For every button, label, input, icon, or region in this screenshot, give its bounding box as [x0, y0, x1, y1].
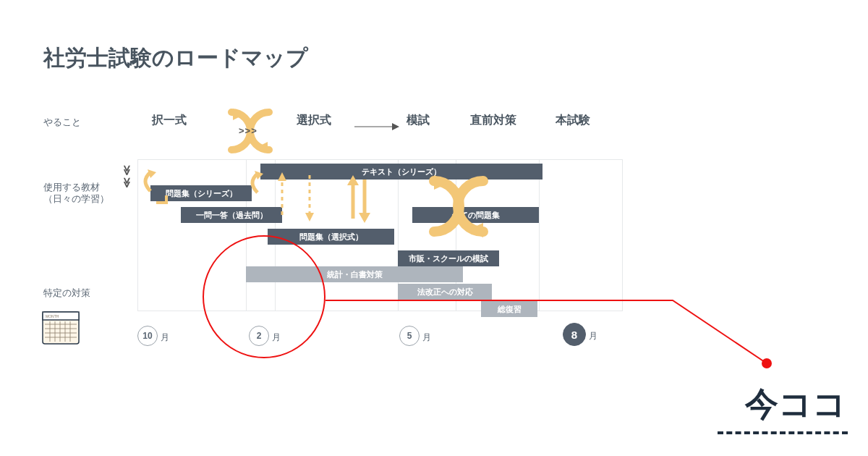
svg-marker-13	[392, 123, 399, 130]
calendar-icon: MONTH	[42, 311, 80, 345]
page-title: 社労士試験のロードマップ	[43, 43, 308, 73]
grid-line	[137, 159, 622, 160]
now-here-label: 今ココ	[745, 382, 846, 427]
bar-mondaishu-series: 問題集（シリーズ）	[150, 185, 252, 201]
label-specific: 特定の対策	[43, 287, 90, 300]
svg-marker-0	[233, 109, 244, 120]
highlight-circle	[203, 235, 326, 358]
phase-takuichi: 択一式	[152, 113, 187, 128]
grid-line	[622, 159, 623, 311]
bar-shihan-moshi: 市販・スクールの模試	[398, 250, 499, 266]
bar-moushuu: 総復習	[481, 301, 537, 317]
month-5: 5	[399, 326, 420, 346]
month-suffix: 月	[589, 330, 597, 342]
month-suffix: 月	[161, 332, 169, 344]
chevron-down-icon: ≫	[122, 165, 133, 173]
now-here-underline	[718, 431, 848, 434]
bar-houkaisei: 法改正への対応	[398, 284, 492, 300]
bar-text-series: テキスト（シリーズ）	[260, 164, 542, 180]
month-10: 10	[137, 326, 158, 346]
phase-moshi: 模試	[407, 113, 430, 128]
bar-all-mondaishu: 全ての問題集	[412, 207, 539, 223]
arrows-1: >>>	[239, 125, 258, 136]
phase-chokuzen: 直前対策	[470, 113, 516, 128]
chevron-down-icon: ≫	[122, 177, 133, 185]
grid-line	[539, 159, 540, 311]
svg-marker-1	[256, 142, 268, 153]
grid-line	[137, 159, 138, 311]
svg-point-26	[762, 358, 772, 368]
month-suffix: 月	[422, 332, 431, 344]
month-8: 8	[563, 323, 586, 346]
phase-sentaku: 選択式	[297, 113, 331, 128]
label-materials-2: （日々の学習）	[43, 193, 109, 206]
bar-ichimon: 一問一答（過去問）	[181, 207, 282, 223]
label-todo: やること	[43, 116, 81, 129]
phase-honshiken: 本試験	[556, 113, 590, 128]
svg-text:MONTH: MONTH	[46, 314, 59, 318]
